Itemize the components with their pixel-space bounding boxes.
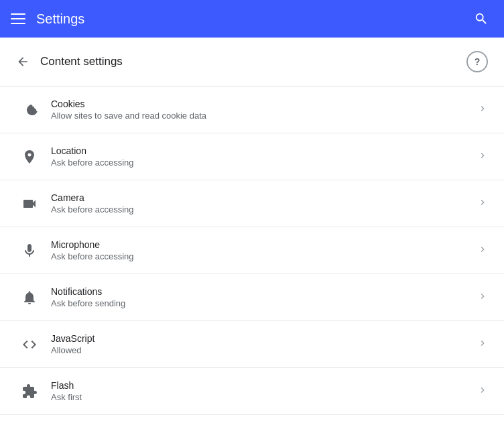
puzzle-icon <box>16 383 43 400</box>
settings-list: Cookies Allow sites to save and read coo… <box>0 86 504 415</box>
microphone-icon <box>16 243 43 259</box>
flash-text: Flash Ask first <box>51 380 472 402</box>
app-bar-left: Settings <box>11 11 84 27</box>
chevron-right-icon <box>477 103 488 117</box>
notifications-subtitle: Ask before sending <box>51 298 472 308</box>
location-subtitle: Ask before accessing <box>51 158 472 168</box>
chevron-right-icon <box>477 338 488 351</box>
javascript-title: JavaScript <box>51 333 472 344</box>
chevron-right-icon <box>477 150 488 164</box>
settings-item-cookies[interactable]: Cookies Allow sites to save and read coo… <box>0 86 504 133</box>
camera-text: Camera Ask before accessing <box>51 192 472 214</box>
chevron-right-icon <box>477 197 488 210</box>
svg-point-1 <box>33 108 34 109</box>
settings-item-camera[interactable]: Camera Ask before accessing <box>0 180 504 227</box>
flash-subtitle: Ask first <box>51 392 472 402</box>
app-bar: Settings <box>0 0 504 38</box>
app-bar-title: Settings <box>36 11 84 27</box>
location-text: Location Ask before accessing <box>51 145 472 168</box>
cookies-title: Cookies <box>51 99 472 109</box>
notifications-text: Notifications Ask before sending <box>51 286 472 308</box>
microphone-text: Microphone Ask before accessing <box>51 239 472 261</box>
chevron-right-icon <box>477 385 488 398</box>
chevron-right-icon <box>477 291 488 304</box>
camera-icon <box>16 196 43 212</box>
camera-subtitle: Ask before accessing <box>51 204 472 214</box>
javascript-subtitle: Allowed <box>51 345 472 355</box>
location-title: Location <box>51 145 472 156</box>
bell-icon <box>16 290 43 306</box>
page-header: Content settings ? <box>0 38 504 86</box>
settings-item-flash[interactable]: Flash Ask first <box>0 368 504 415</box>
settings-item-location[interactable]: Location Ask before accessing <box>0 133 504 180</box>
microphone-subtitle: Ask before accessing <box>51 251 472 261</box>
cookies-text: Cookies Allow sites to save and read coo… <box>51 99 472 121</box>
chevron-right-icon <box>477 244 488 257</box>
svg-point-2 <box>28 109 30 111</box>
page-header-left: Content settings <box>16 55 123 68</box>
hamburger-menu-icon[interactable] <box>11 13 25 24</box>
code-icon <box>16 336 43 353</box>
settings-item-microphone[interactable]: Microphone Ask before accessing <box>0 227 504 274</box>
svg-point-0 <box>31 105 33 107</box>
javascript-text: JavaScript Allowed <box>51 333 472 355</box>
help-button[interactable]: ? <box>466 51 488 72</box>
camera-title: Camera <box>51 192 472 203</box>
settings-item-javascript[interactable]: JavaScript Allowed <box>0 321 504 368</box>
cookie-icon <box>16 102 43 118</box>
cookies-subtitle: Allow sites to save and read cookie data <box>51 111 472 121</box>
flash-title: Flash <box>51 380 472 391</box>
svg-point-3 <box>30 113 32 114</box>
settings-item-notifications[interactable]: Notifications Ask before sending <box>0 274 504 321</box>
notifications-title: Notifications <box>51 286 472 297</box>
back-button[interactable] <box>16 55 29 68</box>
page-title: Content settings <box>40 55 123 68</box>
search-button[interactable] <box>469 7 493 31</box>
microphone-title: Microphone <box>51 239 472 250</box>
content-area: Content settings ? Cookies Allow sites t… <box>0 38 504 429</box>
location-icon <box>16 149 43 165</box>
